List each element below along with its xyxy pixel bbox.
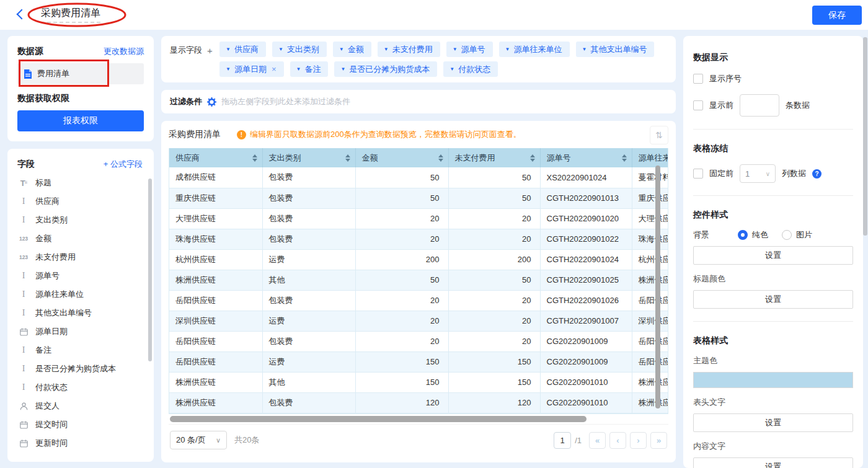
field-item[interactable]: I支出类别 [17,211,148,229]
sort-toggle-button[interactable]: ⇅ [650,126,668,144]
field-item[interactable]: I其他支出单编号 [17,304,148,322]
display-field-chip[interactable]: ▼未支付费用 [378,42,440,57]
field-item[interactable]: I付款状态 [17,378,148,397]
row-limit-input[interactable] [740,94,779,117]
display-field-chip[interactable]: ▼备注 [290,61,329,77]
display-field-chip[interactable]: ▼其他支出单编号 [576,42,655,57]
sort-arrows-icon[interactable] [438,154,443,162]
next-page-button[interactable]: › [630,432,647,449]
field-item[interactable]: I源单号 [17,267,148,285]
table-cell: 株洲供应链 [169,270,262,290]
freeze-columns-checkbox[interactable] [693,169,703,179]
display-field-chip[interactable]: ▼供应商 [219,42,266,57]
column-header[interactable]: 未支付费用 [448,148,540,167]
field-label: 标题 [35,177,51,188]
header-text-set-button[interactable]: 设置 [693,413,853,432]
table-cell: 其他 [262,372,355,392]
background-set-button[interactable]: 设置 [693,246,853,265]
column-header[interactable]: 支出类别 [262,148,355,167]
table-cell: 150 [355,372,448,392]
filter-card: 过滤条件 拖动左侧字段到此处来添加过滤条件 [161,90,676,113]
sort-arrows-icon[interactable] [345,154,350,162]
last-page-button[interactable]: » [650,432,667,449]
field-item[interactable]: I备注 [17,341,148,360]
freeze-count-select[interactable]: 1 ∨ [740,164,776,183]
datasource-item[interactable]: 费用清单 [17,63,144,84]
sort-arrows-icon[interactable] [530,154,535,162]
gear-icon[interactable] [207,97,216,107]
field-item[interactable]: T标题 [17,174,148,192]
field-item[interactable]: I源单往来单位 [17,285,148,304]
help-icon[interactable]: ? [812,169,822,179]
column-header[interactable]: 源单往来单位 [632,148,668,167]
table-cell: 蔓霍材料 [632,167,668,188]
table-cell: 株洲供应链 [632,392,668,413]
table-row: 株洲供应链包装费120120CG20220901010株洲供应链 [169,392,668,413]
back-icon[interactable] [14,8,27,22]
table-cell: 20 [448,208,540,229]
bg-image-radio[interactable]: 图片 [782,229,812,241]
first-page-button[interactable]: « [589,432,606,449]
show-first-checkbox[interactable] [693,100,703,110]
divider [693,129,853,130]
table-cell: 珠海供应链 [632,229,668,249]
column-header[interactable]: 供应商 [169,148,262,167]
content-text-label: 内容文字 [693,441,853,452]
number-field-icon: 123 [17,254,30,260]
field-item[interactable]: 123金额 [17,229,148,248]
table-horizontal-scrollbar [169,415,668,423]
text-field-icon: I [17,382,30,392]
field-item[interactable]: 123未支付费用 [17,248,148,267]
field-label: 其他支出单编号 [35,307,92,319]
save-button[interactable]: 保存 [812,6,862,25]
display-field-chip[interactable]: ▼源单日期× [219,61,284,77]
show-index-checkbox[interactable] [693,74,703,84]
field-item[interactable]: I供应商 [17,192,148,211]
display-field-chip[interactable]: ▼是否已分摊为购货成本 [334,61,437,77]
field-item[interactable]: 源单日期 [17,322,148,341]
table-cell: 20 [355,229,448,249]
theme-color-swatch[interactable] [693,372,853,388]
table-cell: 深圳供应链 [632,311,668,331]
field-item[interactable]: I是否已分摊为购货成本 [17,360,148,378]
table-cell: 50 [448,188,540,208]
table-cell: 包装费 [262,188,355,208]
field-item[interactable]: 更新时间 [17,434,148,453]
field-label: 提交人 [35,400,60,412]
chevron-down-icon: ∨ [216,436,221,444]
add-display-field-button[interactable]: + [207,45,213,56]
page-number-input[interactable]: 1 [554,432,571,449]
column-header[interactable]: 源单号 [540,148,632,167]
page-title: 采购费用清单 [41,7,100,23]
title-color-set-button[interactable]: 设置 [693,290,853,309]
settings-card: 数据显示 显示序号 显示前 条数据 表格冻结 固定前 1 [683,36,863,468]
display-field-chip[interactable]: ▼付款状态 [443,61,498,77]
page-scroll-thumb[interactable] [863,37,867,236]
report-permission-button[interactable]: 报表权限 [17,110,144,131]
column-header[interactable]: 金额 [355,148,448,167]
sort-arrows-icon[interactable] [252,154,257,162]
change-datasource-link[interactable]: 更改数据源 [104,46,144,57]
horizontal-scroll-thumb[interactable] [170,416,587,422]
calendar-icon [17,439,30,448]
content-text-set-button[interactable]: 设置 [693,457,853,468]
field-item[interactable]: 提交时间 [17,415,148,434]
sort-arrows-icon[interactable] [622,154,627,162]
warning-icon: ! [237,130,246,139]
prev-page-button[interactable]: ‹ [609,432,626,449]
table-row: 株洲供应链其他5050CGTH20220901025株洲供应链 [169,270,668,290]
bg-solid-radio[interactable]: 纯色 [738,229,768,241]
theme-color-label: 主题色 [693,355,853,366]
close-icon[interactable]: × [272,64,277,74]
vertical-scroll-thumb[interactable] [655,166,660,408]
fields-scrollbar[interactable] [148,179,152,361]
add-formula-field-link[interactable]: + 公式字段 [104,159,143,170]
display-field-chip[interactable]: ▼源单号 [446,42,493,57]
page-size-select[interactable]: 20 条/页 ∨ [170,431,227,449]
table-cell: 运费 [262,311,355,331]
display-field-chips: ▼供应商▼支出类别▼金额▼未支付费用▼源单号▼源单往来单位▼其他支出单编号▼源单… [219,42,667,77]
field-item[interactable]: 提交人 [17,397,148,415]
display-field-chip[interactable]: ▼金额 [333,42,371,57]
display-field-chip[interactable]: ▼源单往来单位 [499,42,570,57]
display-field-chip[interactable]: ▼支出类别 [272,42,327,57]
